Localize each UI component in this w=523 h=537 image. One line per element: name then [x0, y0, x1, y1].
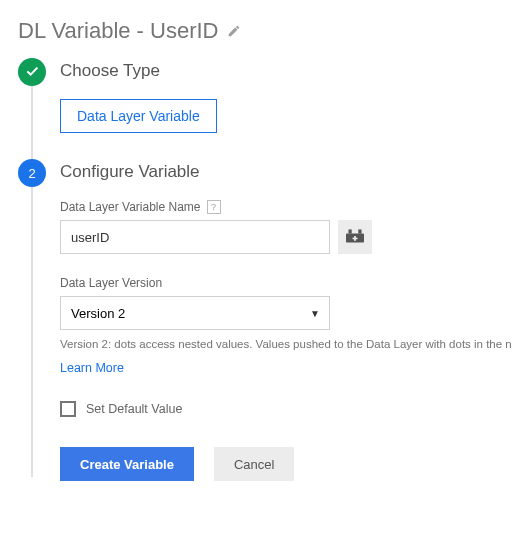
check-icon: [24, 63, 40, 82]
version-hint: Version 2: dots access nested values. Va…: [60, 338, 523, 350]
set-default-checkbox[interactable]: [60, 401, 76, 417]
cancel-button[interactable]: Cancel: [214, 447, 294, 481]
selected-type-chip[interactable]: Data Layer Variable: [60, 99, 217, 133]
create-variable-button[interactable]: Create Variable: [60, 447, 194, 481]
insert-variable-button[interactable]: [338, 220, 372, 254]
step-number-badge: 2: [18, 159, 46, 187]
variable-name-input[interactable]: [60, 220, 330, 254]
step-connector: [31, 187, 33, 477]
set-default-label[interactable]: Set Default Value: [86, 402, 182, 416]
learn-more-link[interactable]: Learn More: [60, 361, 124, 375]
choose-type-title: Choose Type: [60, 61, 523, 81]
version-select[interactable]: Version 2: [60, 296, 330, 330]
help-icon[interactable]: ?: [207, 200, 221, 214]
edit-title-icon[interactable]: [227, 24, 241, 41]
svg-rect-1: [348, 229, 351, 233]
step-done-badge: [18, 58, 46, 86]
version-label: Data Layer Version: [60, 276, 162, 290]
configure-title: Configure Variable: [60, 162, 523, 182]
page-title: DL Variable - UserID: [18, 18, 219, 44]
svg-rect-2: [358, 229, 361, 233]
svg-rect-4: [353, 237, 358, 239]
brick-plus-icon: [346, 229, 364, 246]
variable-name-label: Data Layer Variable Name: [60, 200, 201, 214]
